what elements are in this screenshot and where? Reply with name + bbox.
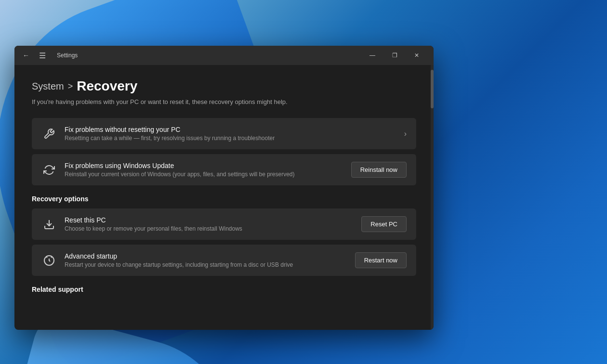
reset-pc-desc: Choose to keep or remove your personal f… bbox=[65, 225, 354, 232]
reinstall-now-action: Reinstall now bbox=[351, 162, 407, 178]
fix-no-reset-action: › bbox=[404, 130, 407, 138]
recovery-options-header: Recovery options bbox=[32, 195, 416, 203]
chevron-right-icon: › bbox=[404, 130, 407, 138]
restart-now-button[interactable]: Restart now bbox=[355, 252, 407, 268]
restore-button[interactable]: ❐ bbox=[383, 46, 406, 65]
menu-button[interactable]: ☰ bbox=[37, 50, 48, 61]
window-controls: — ❐ ✕ bbox=[361, 46, 428, 65]
close-button[interactable]: ✕ bbox=[406, 46, 428, 65]
fix-no-reset-desc: Resetting can take a while — first, try … bbox=[65, 135, 396, 142]
reset-pc-text: Reset this PC Choose to keep or remove y… bbox=[65, 216, 354, 232]
fix-no-reset-title: Fix problems without resetting your PC bbox=[65, 126, 396, 133]
minimize-button[interactable]: — bbox=[361, 46, 383, 65]
advanced-startup-title: Advanced startup bbox=[65, 252, 347, 260]
fix-windows-update-text: Fix problems using Windows Update Reinst… bbox=[65, 162, 343, 178]
refresh-icon bbox=[41, 162, 57, 178]
advanced-startup-icon bbox=[41, 253, 57, 268]
reset-pc-card: Reset this PC Choose to keep or remove y… bbox=[32, 208, 416, 240]
window-title: Settings bbox=[57, 52, 78, 59]
reset-pc-button[interactable]: Reset PC bbox=[361, 216, 407, 232]
breadcrumb-separator: > bbox=[68, 81, 73, 91]
reset-pc-action: Reset PC bbox=[361, 216, 407, 232]
advanced-startup-text: Advanced startup Restart your device to … bbox=[65, 252, 347, 268]
advanced-startup-card: Advanced startup Restart your device to … bbox=[32, 245, 416, 276]
scrollbar-thumb[interactable] bbox=[431, 70, 434, 108]
reset-pc-title: Reset this PC bbox=[65, 216, 354, 224]
content-area: System > Recovery If you're having probl… bbox=[14, 65, 434, 330]
fix-windows-update-desc: Reinstall your current version of Window… bbox=[65, 171, 343, 178]
settings-window: ← ☰ Settings — ❐ ✕ System > Recovery If … bbox=[14, 46, 434, 330]
page-title: Recovery bbox=[77, 78, 137, 94]
page-subtitle: If you're having problems with your PC o… bbox=[32, 98, 416, 106]
reinstall-now-button[interactable]: Reinstall now bbox=[351, 162, 407, 178]
fix-no-reset-card: Fix problems without resetting your PC R… bbox=[32, 118, 416, 149]
related-support-header: Related support bbox=[32, 286, 416, 293]
breadcrumb-system: System bbox=[32, 81, 64, 92]
breadcrumb: System > Recovery bbox=[32, 78, 416, 94]
reset-pc-icon bbox=[41, 217, 57, 232]
scrollbar-track[interactable] bbox=[431, 65, 434, 330]
back-button[interactable]: ← bbox=[20, 50, 32, 61]
fix-no-reset-text: Fix problems without resetting your PC R… bbox=[65, 126, 396, 142]
fix-windows-update-title: Fix problems using Windows Update bbox=[65, 162, 343, 169]
fix-windows-update-card: Fix problems using Windows Update Reinst… bbox=[32, 154, 416, 185]
wrench-icon bbox=[41, 126, 57, 142]
restart-now-action: Restart now bbox=[355, 252, 407, 268]
titlebar: ← ☰ Settings — ❐ ✕ bbox=[14, 46, 434, 65]
advanced-startup-desc: Restart your device to change startup se… bbox=[65, 261, 347, 268]
